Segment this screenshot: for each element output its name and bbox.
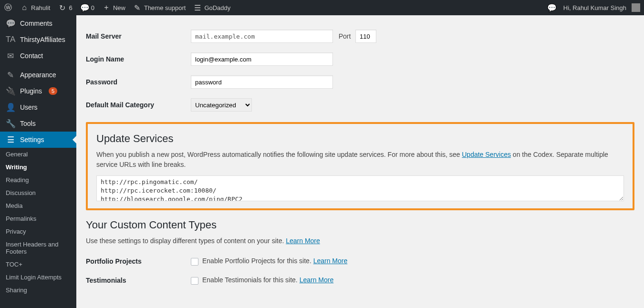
admin-topbar: ⓦ ⌂Rahulit ↻6 💬0 +New ✎Theme support ☰Go… bbox=[0, 0, 644, 15]
mail-category-select[interactable]: Uncategorized bbox=[191, 98, 252, 112]
admin-sidebar: 💬Comments TAThirstyAffiliates ✉Contact ✎… bbox=[0, 15, 76, 308]
portfolio-text: Enable Portfolio Projects for this site. bbox=[202, 257, 313, 265]
sidebar-item-settings[interactable]: ☰Settings bbox=[0, 132, 76, 148]
sub-reading[interactable]: Reading bbox=[0, 174, 76, 186]
portfolio-label: Portfolio Projects bbox=[86, 252, 191, 271]
new-content[interactable]: +New bbox=[98, 0, 129, 15]
sub-general[interactable]: General bbox=[0, 148, 76, 161]
sub-permalinks[interactable]: Permalinks bbox=[0, 212, 76, 225]
sidebar-item-plugins[interactable]: 🔌Plugins5 bbox=[0, 83, 76, 99]
update-services-link[interactable]: Update Services bbox=[462, 151, 511, 158]
link-icon: TA bbox=[6, 35, 15, 44]
password-input[interactable] bbox=[191, 75, 333, 89]
notifications[interactable]: 💬 bbox=[543, 0, 560, 15]
theme-support[interactable]: ✎Theme support bbox=[129, 0, 189, 15]
label: Settings bbox=[20, 136, 44, 144]
portfolio-learn-more[interactable]: Learn More bbox=[313, 257, 348, 265]
godaddy[interactable]: ☰GoDaddy bbox=[189, 0, 234, 15]
wp-logo[interactable]: ⓦ bbox=[0, 0, 16, 15]
sliders-icon: ☰ bbox=[6, 135, 15, 145]
login-name-input[interactable] bbox=[191, 52, 333, 66]
updates[interactable]: ↻6 bbox=[54, 0, 76, 15]
label: ThirstyAffiliates bbox=[20, 36, 65, 43]
mail-server-input[interactable] bbox=[191, 30, 333, 43]
sidebar-item-comments[interactable]: 💬Comments bbox=[0, 15, 76, 31]
sub-sharing[interactable]: Sharing bbox=[0, 284, 76, 297]
login-name-label: Login Name bbox=[86, 48, 191, 71]
sub-discussion[interactable]: Discussion bbox=[0, 186, 76, 199]
sub-media[interactable]: Media bbox=[0, 199, 76, 212]
port-label: Port bbox=[339, 32, 351, 40]
testimonials-text: Enable Testimonials for this site. bbox=[202, 276, 300, 284]
user-icon: 👤 bbox=[6, 103, 15, 113]
cct-title: Your Custom Content Types bbox=[86, 219, 634, 231]
mail-category-label: Default Mail Category bbox=[86, 93, 191, 116]
plug-icon: 🔌 bbox=[6, 86, 15, 96]
sub-writing[interactable]: Writing bbox=[0, 161, 76, 174]
sub-privacy[interactable]: Privacy bbox=[0, 225, 76, 238]
cct-desc: Use these settings to display different … bbox=[86, 236, 634, 246]
sidebar-item-users[interactable]: 👤Users bbox=[0, 99, 76, 115]
theme-support-label: Theme support bbox=[144, 4, 186, 11]
label: Comments bbox=[20, 20, 52, 27]
update-services-section: Update Services When you publish a new p… bbox=[86, 122, 634, 210]
sidebar-item-appearance[interactable]: ✎Appearance bbox=[0, 67, 76, 83]
comments-num: 0 bbox=[91, 4, 94, 11]
user-greeting[interactable]: Hi, Rahul Kumar Singh bbox=[560, 0, 644, 15]
sidebar-item-tools[interactable]: 🔧Tools bbox=[0, 115, 76, 132]
sub-toc[interactable]: TOC+ bbox=[0, 258, 76, 271]
comments-count[interactable]: 💬0 bbox=[76, 0, 98, 15]
cct-desc-text: Use these settings to display different … bbox=[86, 237, 286, 245]
updates-count: 6 bbox=[69, 4, 72, 11]
testimonials-label: Testimonials bbox=[86, 271, 191, 290]
sidebar-item-thirsty[interactable]: TAThirstyAffiliates bbox=[0, 31, 76, 48]
greeting-text: Hi, Rahul Kumar Singh bbox=[563, 4, 626, 11]
mail-icon: ✉ bbox=[6, 51, 15, 61]
sub-lla[interactable]: Limit Login Attempts bbox=[0, 271, 76, 284]
label: Tools bbox=[20, 120, 36, 127]
update-services-desc: When you publish a new post, WordPress a… bbox=[96, 150, 624, 170]
update-services-title: Update Services bbox=[96, 133, 624, 145]
plugins-badge: 5 bbox=[49, 87, 57, 95]
avatar bbox=[632, 3, 640, 12]
testimonials-learn-more[interactable]: Learn More bbox=[300, 276, 334, 284]
testimonials-checkbox[interactable] bbox=[191, 277, 198, 285]
site-name-text: Rahulit bbox=[31, 4, 50, 11]
password-label: Password bbox=[86, 71, 191, 93]
sub-ihf[interactable]: Insert Headers and Footers bbox=[0, 238, 76, 258]
desc-text-1: When you publish a new post, WordPress a… bbox=[96, 151, 462, 158]
label: Appearance bbox=[20, 71, 56, 79]
sidebar-item-contact[interactable]: ✉Contact bbox=[0, 48, 76, 64]
update-services-textarea[interactable] bbox=[96, 175, 624, 201]
site-name[interactable]: ⌂Rahulit bbox=[16, 0, 54, 15]
wrench-icon: 🔧 bbox=[6, 119, 15, 129]
godaddy-label: GoDaddy bbox=[204, 4, 230, 11]
brush-icon: ✎ bbox=[6, 70, 15, 80]
label: Plugins bbox=[20, 87, 42, 95]
label: Contact bbox=[20, 52, 43, 60]
new-label: New bbox=[113, 4, 125, 11]
mail-server-label: Mail Server bbox=[86, 25, 191, 48]
main-content: Mail Server Port Login Name Password Def… bbox=[76, 15, 644, 308]
portfolio-checkbox[interactable] bbox=[191, 258, 198, 266]
comment-icon: 💬 bbox=[6, 19, 15, 29]
cct-learn-more[interactable]: Learn More bbox=[286, 237, 320, 245]
port-input[interactable] bbox=[355, 30, 376, 43]
label: Users bbox=[20, 103, 38, 111]
